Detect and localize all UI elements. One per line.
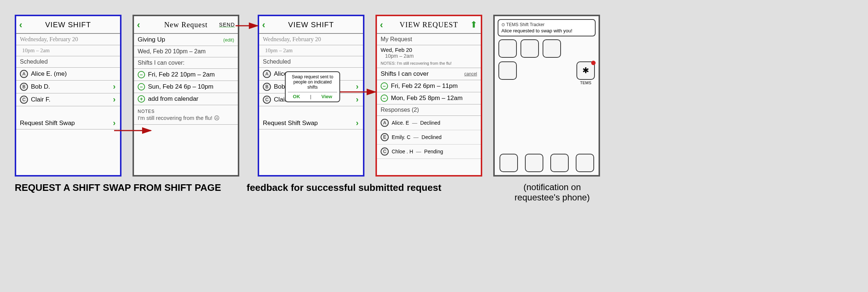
- remove-icon[interactable]: –: [138, 71, 145, 78]
- notes-field[interactable]: I'm still recovering from the flu! ☹: [134, 114, 238, 125]
- notif-app-name: ⊙ TEMS Shift Tracker: [501, 22, 592, 27]
- giving-up-label: Giving Up: [138, 36, 165, 43]
- screen-view-shift-1: ‹ VIEW SHIFT Wednesday, February 20 10pm…: [15, 15, 121, 177]
- home-row-2: ✱ TEMS: [495, 61, 599, 85]
- response-status: Pending: [424, 149, 443, 154]
- app-icon-blank[interactable]: [498, 61, 517, 80]
- person-row[interactable]: C Clair F. ›: [16, 93, 120, 106]
- person-name: Bob: [274, 83, 285, 90]
- cover-shift-row[interactable]: – Fri, Feb 22 10pm – 2am: [134, 69, 238, 81]
- giving-up-header: Giving Up (edit): [134, 34, 238, 46]
- app-icon-tems[interactable]: ✱: [576, 61, 595, 80]
- scheduled-header: Scheduled: [16, 56, 120, 68]
- popup-view-button[interactable]: View: [321, 94, 332, 99]
- shift-date: Wednesday, February 20: [259, 34, 363, 45]
- titlebar: ‹ New Request SEND: [134, 16, 238, 34]
- cover-shift-row[interactable]: – Mon, Feb 25 8pm – 12am: [377, 92, 481, 104]
- app-label-tems: TEMS: [576, 81, 595, 85]
- screen-phone-home: ⊙ TEMS Shift Tracker Alice requested to …: [493, 15, 600, 177]
- request-swap-button[interactable]: Request Shift Swap ›: [259, 117, 363, 129]
- avatar: B: [20, 83, 28, 91]
- avatar: C: [263, 96, 271, 104]
- caption-mid: feedback for successful submitted reques…: [247, 182, 441, 193]
- responses-header: Responses (2): [377, 104, 481, 116]
- send-button[interactable]: SEND: [219, 22, 235, 28]
- star-icon: ✱: [582, 66, 589, 75]
- response-status: Declined: [420, 120, 440, 126]
- back-icon[interactable]: ‹: [380, 19, 384, 31]
- response-row[interactable]: E Emily. C — Declined: [377, 130, 481, 145]
- remove-icon[interactable]: –: [138, 83, 145, 90]
- remove-icon[interactable]: –: [381, 82, 388, 90]
- chevron-right-icon: ›: [113, 118, 116, 128]
- page-title: VIEW SHIFT: [288, 21, 334, 29]
- page-title: VIEW REQUEST: [400, 21, 458, 29]
- up-arrow-icon[interactable]: ⬆: [470, 19, 478, 30]
- cover-header-row: Shifts I can cover cancel: [377, 68, 481, 80]
- titlebar: ‹ VIEW REQUEST ⬆: [377, 16, 481, 34]
- dock: [498, 154, 596, 172]
- shift-time: 10pm – 2am: [16, 45, 120, 56]
- notes-body: I'm still recovering from the flu!: [397, 61, 452, 65]
- back-icon[interactable]: ‹: [19, 19, 23, 31]
- notif-message: Alice requested to swap with you!: [501, 28, 592, 33]
- responder-name: Alice. E: [392, 120, 409, 126]
- chevron-right-icon: ›: [356, 95, 359, 104]
- button-label: Request Shift Swap: [20, 120, 75, 127]
- app-icon-blank[interactable]: [498, 39, 517, 58]
- popup-ok-button[interactable]: OK: [293, 94, 300, 99]
- avatar: A: [263, 70, 271, 78]
- cover-shift-row[interactable]: – Fri, Feb 22 6pm – 11pm: [377, 80, 481, 92]
- avatar: A: [20, 70, 28, 78]
- popup-message: Swap request sent to people on indicated…: [288, 74, 337, 90]
- back-icon[interactable]: ‹: [262, 19, 266, 31]
- shift-text: Fri, Feb 22 10pm – 2am: [148, 71, 215, 78]
- home-row-1: [495, 39, 599, 58]
- shift-text: Mon, Feb 25 8pm – 12am: [391, 95, 463, 102]
- chevron-right-icon: ›: [113, 95, 116, 104]
- request-time: 10pm – 2am: [377, 53, 481, 60]
- avatar: B: [263, 83, 271, 91]
- app-icon-blank[interactable]: [521, 39, 539, 58]
- notification-banner[interactable]: ⊙ TEMS Shift Tracker Alice requested to …: [498, 19, 596, 36]
- person-row[interactable]: B Bob D. ›: [16, 81, 120, 93]
- back-icon[interactable]: ‹: [137, 19, 141, 31]
- dock-icon[interactable]: [525, 154, 543, 172]
- responder-name: Chloe . H: [392, 149, 413, 154]
- dock-icon[interactable]: [500, 154, 518, 172]
- avatar: C: [381, 147, 389, 156]
- response-row[interactable]: A Alice. E — Declined: [377, 116, 481, 130]
- remove-icon[interactable]: –: [381, 95, 388, 102]
- add-icon[interactable]: +: [138, 95, 145, 103]
- request-notes: NOTES: I'm still recovering from the flu…: [377, 60, 481, 68]
- person-row[interactable]: A Alice E. (me): [16, 68, 120, 81]
- cover-header: Shifts I can cover: [381, 70, 428, 78]
- avatar: A: [381, 119, 389, 127]
- screen-new-request: ‹ New Request SEND Giving Up (edit) Wed,…: [133, 15, 239, 177]
- caption-right: (notification on requestee's phone): [501, 182, 604, 203]
- request-date: Wed, Feb 20: [377, 45, 481, 53]
- cancel-link[interactable]: cancel: [464, 71, 477, 76]
- responder-name: Emily. C: [392, 134, 410, 140]
- request-swap-button[interactable]: Request Shift Swap ›: [16, 117, 120, 129]
- dock-icon[interactable]: [550, 154, 569, 172]
- avatar: C: [20, 96, 28, 104]
- add-from-calendar[interactable]: + add from calendar: [134, 93, 238, 105]
- page-title: VIEW SHIFT: [45, 21, 91, 29]
- shift-text: Sun, Feb 24 6p – 10pm: [148, 83, 214, 90]
- app-icon-blank[interactable]: [543, 39, 561, 58]
- my-request-header: My Request: [377, 34, 481, 45]
- response-row[interactable]: C Chloe . H — Pending: [377, 145, 481, 159]
- cover-shift-row[interactable]: – Sun, Feb 24 6p – 10pm: [134, 81, 238, 93]
- cover-header: Shifts I can cover:: [134, 57, 238, 69]
- page-title: New Request: [164, 21, 208, 29]
- shift-time: 10pm – 2am: [259, 45, 363, 56]
- dock-icon[interactable]: [576, 154, 594, 172]
- screen-view-shift-confirm: ‹ VIEW SHIFT Wednesday, February 20 10pm…: [258, 15, 364, 177]
- chevron-right-icon: ›: [356, 82, 359, 92]
- titlebar: ‹ VIEW SHIFT: [259, 16, 363, 34]
- titlebar: ‹ VIEW SHIFT: [16, 16, 120, 34]
- shift-date: Wednesday, February 20: [16, 34, 120, 45]
- chevron-right-icon: ›: [113, 82, 116, 92]
- edit-link[interactable]: (edit): [223, 37, 234, 43]
